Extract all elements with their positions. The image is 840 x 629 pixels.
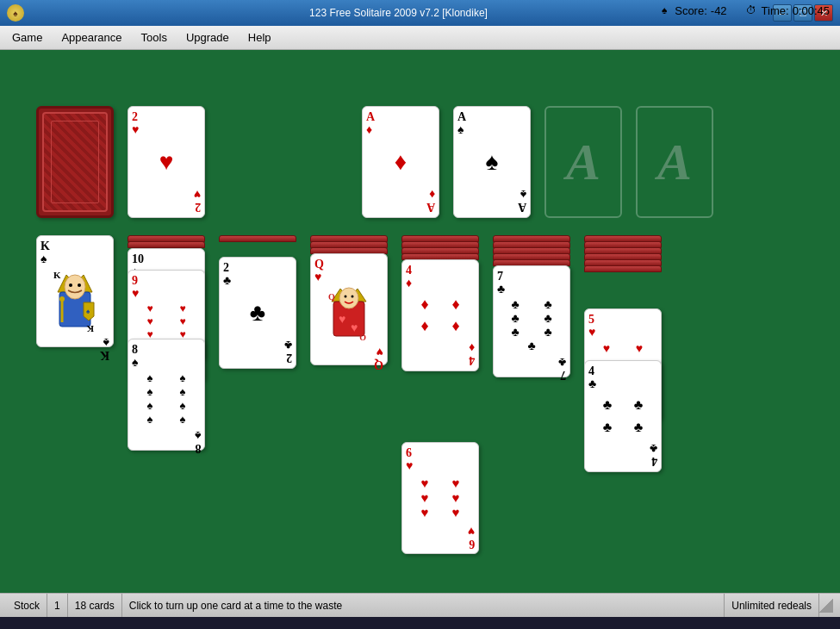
app-icon: ♠ (7, 4, 24, 22)
card-center-diamond: ♦ (366, 137, 435, 187)
card-pips: ♦♦ ♦♦ (406, 290, 475, 340)
svg-point-2 (65, 275, 85, 299)
card-rank-top: 5♥ (588, 313, 657, 339)
card-rank-bottom: 2♥ (194, 187, 201, 214)
card-center: ♥ (132, 137, 201, 187)
time-display: ⏱ Time: 0:00:45 (744, 3, 830, 17)
tableau-col6-7clubs[interactable]: 7♣ ♣♣ ♣♣ ♣♣ ♣ 7♣ (493, 265, 570, 377)
svg-text:Q: Q (328, 292, 335, 302)
queen-art: ♥ ♥ Q Q (314, 284, 383, 345)
statusbar: Stock 1 18 cards Click to turn up one ca… (0, 593, 840, 617)
stock-label: Stock (7, 594, 47, 617)
card-rank-top: 2♣ (223, 261, 292, 288)
card-rank-top: Q♥ (314, 258, 383, 284)
card-rank-top: 8♠ (132, 343, 201, 370)
resize-grip (819, 599, 833, 613)
hint-text: Click to turn up one card at a time to t… (122, 594, 725, 617)
card-rank-bottom: 4♣ (650, 441, 657, 468)
tableau-col3-2clubs[interactable]: 2♣ ♣ 2♣ (219, 257, 296, 369)
card-rank-bottom: 4♦ (469, 340, 475, 367)
card-rank-top: 2♥ (132, 110, 201, 137)
card-pips: ♥♥ ♥♥ ♥♥ (406, 473, 475, 524)
svg-text:Q: Q (359, 333, 366, 342)
card-rank-top: 9♥ (132, 274, 201, 301)
card-rank-top: A♦ (366, 110, 435, 137)
card-rank-top: 4♦ (406, 264, 475, 290)
tableau-col2-stack-2 (128, 241, 205, 248)
svg-text:♥: ♥ (351, 321, 358, 334)
card-pips: ♣♣ ♣♣ (588, 391, 657, 441)
menu-appearance[interactable]: Appearance (53, 28, 130, 47)
svg-point-14 (345, 295, 347, 297)
card-center-spade: ♠ (457, 137, 526, 187)
menu-help[interactable]: Help (240, 28, 280, 47)
card-rank-bottom: 7♣ (558, 355, 566, 382)
foundation-ace-diamonds[interactable]: A♦ ♦ A♦ (362, 106, 439, 218)
tableau-col5-4diamonds[interactable]: 4♦ ♦♦ ♦♦ 4♦ (401, 259, 479, 371)
foundation-placeholder-4: A (657, 133, 692, 192)
stock-count: 1 (47, 594, 68, 617)
tableau-col7-stack-6 (584, 265, 662, 272)
tableau-col2-8spades[interactable]: 8♠ ♠♠ ♠♠ ♠♠ ♠♠ 8♠ (128, 339, 205, 451)
score-value: -42 (711, 4, 727, 17)
card-center: ♣ (223, 288, 292, 338)
card-rank-bottom: 6♥ (468, 524, 475, 551)
card-pips: ♣♣ ♣♣ ♣♣ ♣ (497, 296, 566, 355)
card-pips: ♠♠ ♠♠ ♠♠ ♠♠ (132, 370, 201, 428)
card-rank-bottom: 2♣ (284, 338, 292, 364)
svg-point-15 (352, 295, 354, 297)
game-area: 2♥ ♥ 2♥ A♦ ♦ A♦ A♠ ♠ A♠ A A K♠ (0, 50, 840, 593)
menubar: Game Appearance Tools Upgrade Help ♠ Sco… (0, 26, 840, 50)
svg-point-3 (69, 283, 72, 287)
score-icon: ♠ (657, 3, 671, 17)
score-display: ♠ Score: -42 (657, 3, 726, 17)
time-icon: ⏱ (744, 3, 758, 17)
card-rank-top: 4♣ (588, 364, 657, 391)
menu-upgrade[interactable]: Upgrade (177, 28, 238, 47)
time-label: Time: (762, 4, 789, 17)
card-rank-top: 6♥ (406, 446, 475, 473)
menu-tools[interactable]: Tools (133, 28, 176, 47)
time-value: 0:00:45 (793, 4, 830, 17)
stock-pile[interactable] (36, 106, 114, 218)
card-rank-top: A♠ (457, 110, 526, 137)
tableau-col4-queen-hearts[interactable]: Q♥ ♥ ♥ Q Q Q♥ (310, 253, 388, 365)
card-rank-bottom: A♠ (518, 187, 526, 214)
cards-count: 18 cards (68, 594, 122, 617)
tableau-col1-king-spades[interactable]: K♠ K K (36, 235, 114, 347)
score-label: Score: (675, 4, 707, 17)
menu-game[interactable]: Game (3, 28, 51, 47)
foundation-ace-spades[interactable]: A♠ ♠ A♠ (453, 106, 531, 218)
svg-text:K: K (53, 270, 61, 280)
svg-text:♥: ♥ (339, 313, 345, 326)
card-rank-bottom: A♦ (426, 187, 435, 214)
redeals-text: Unlimited redeals (725, 594, 819, 617)
foundation-empty-3[interactable]: A (544, 106, 622, 218)
score-overlay: ♠ Score: -42 ⏱ Time: 0:00:45 (647, 0, 840, 21)
card-rank-top: K♠ (40, 240, 109, 266)
card-rank-bottom: K♠ (100, 335, 109, 362)
tableau-col7-4clubs[interactable]: 4♣ ♣♣ ♣♣ 4♣ (584, 360, 662, 472)
titlebar-left: ♠ (7, 4, 24, 22)
foundation-placeholder-3: A (566, 133, 600, 192)
foundation-empty-4[interactable]: A (636, 106, 713, 218)
card-rank-top: 7♣ (497, 270, 566, 296)
tableau-col3-stack-1 (219, 235, 296, 242)
svg-point-4 (78, 283, 81, 287)
svg-text:K: K (86, 324, 94, 334)
tableau-col5-6hearts[interactable]: 6♥ ♥♥ ♥♥ ♥♥ 6♥ (401, 442, 479, 554)
svg-point-8 (59, 296, 65, 302)
king-art: K K ♠ (40, 266, 109, 335)
card-rank-bottom: 8♠ (195, 428, 201, 455)
waste-card-2hearts[interactable]: 2♥ ♥ 2♥ (128, 106, 205, 218)
card-rank-bottom: Q♥ (374, 345, 383, 371)
svg-point-13 (339, 288, 358, 308)
